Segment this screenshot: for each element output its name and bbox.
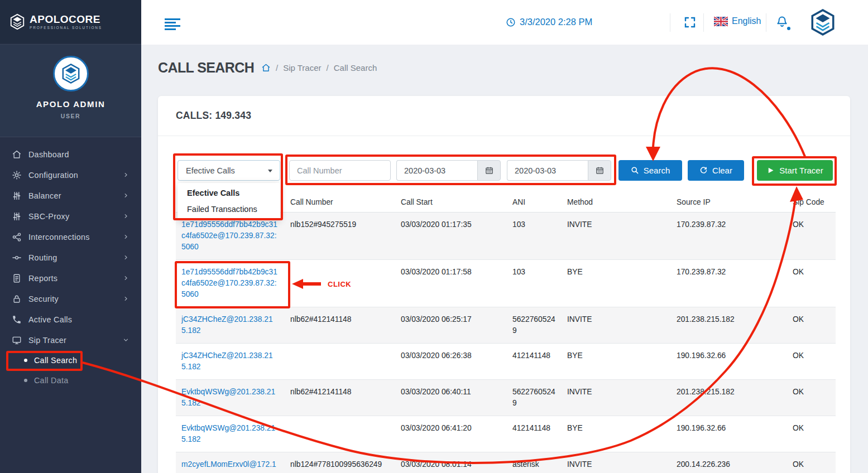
date-to-input[interactable] bbox=[507, 160, 588, 181]
calls-card: CALLS: 149.343 Efective Calls bbox=[158, 96, 850, 473]
sidebar-item-security[interactable]: Security bbox=[0, 288, 141, 309]
column-header-call-number: Call Number bbox=[285, 192, 395, 213]
play-icon bbox=[766, 166, 775, 175]
brand[interactable]: APOLOCORE PROFESSIONAL SOLUTIONS bbox=[0, 0, 141, 44]
cell-source-ip: 201.238.215.182 bbox=[671, 380, 787, 416]
call-id-link[interactable]: EvktbqWSWg@201.238.215.182 bbox=[176, 380, 285, 416]
sidebar-item-configuration[interactable]: Configuration bbox=[0, 165, 141, 185]
sidebar-item-active-calls[interactable]: Active Calls bbox=[0, 309, 141, 330]
app: APOLOCORE PROFESSIONAL SOLUTIONS APOLO A… bbox=[0, 0, 868, 473]
cell-ani: 103 bbox=[507, 260, 562, 307]
cell-call-start: 03/03/2020 06:26:38 bbox=[395, 344, 507, 380]
divider bbox=[766, 13, 766, 32]
cell-call-start: 03/03/2020 06:25:17 bbox=[395, 307, 507, 344]
cell-sip-code: OK bbox=[787, 213, 836, 260]
fullscreen-icon[interactable] bbox=[683, 16, 697, 29]
cell-sip-code: OK bbox=[787, 452, 836, 473]
table-row: m2cyefLMomErxv0l@172.1nlb124#77810099563… bbox=[176, 452, 836, 473]
cell-ani: 56227605249 bbox=[507, 307, 562, 344]
sidebar-item-balancer[interactable]: Balancer bbox=[0, 185, 141, 206]
cell-sip-code: OK bbox=[787, 416, 836, 452]
brand-logo-icon bbox=[9, 13, 26, 30]
brand-tagline: PROFESSIONAL SOLUTIONS bbox=[30, 26, 102, 30]
breadcrumb: / Sip Tracer / Call Search bbox=[261, 63, 377, 73]
chevron-right-icon bbox=[123, 172, 129, 178]
divider bbox=[703, 13, 704, 32]
caret-down-icon bbox=[268, 170, 272, 172]
chevron-down-icon bbox=[123, 337, 129, 343]
menu-toggle-icon[interactable] bbox=[165, 18, 180, 32]
left-arrow-icon bbox=[292, 279, 303, 289]
share-icon bbox=[12, 232, 22, 242]
calendar-icon[interactable] bbox=[477, 160, 501, 181]
chevron-right-icon bbox=[123, 275, 129, 281]
table-row: jC34ZHCheZ@201.238.215.18203/03/2020 06:… bbox=[176, 344, 836, 380]
cell-call-number: nlb124#778100995636249 bbox=[285, 452, 395, 473]
call-number-input[interactable] bbox=[289, 160, 391, 181]
app-logo-icon[interactable] bbox=[809, 8, 837, 36]
profile-name: APOLO ADMIN bbox=[0, 99, 141, 109]
home-icon[interactable] bbox=[261, 63, 271, 73]
cell-sip-code: OK bbox=[787, 344, 836, 380]
sidebar-item-dashboard[interactable]: Dashboard bbox=[0, 144, 141, 165]
cell-method: BYE bbox=[562, 416, 671, 452]
call-id-link[interactable]: EvktbqWSWg@201.238.215.182 bbox=[176, 416, 285, 452]
cell-sip-code: OK bbox=[787, 380, 836, 416]
cell-method: BYE bbox=[562, 260, 671, 307]
date-from-input[interactable] bbox=[396, 160, 477, 181]
sidebar-item-interconnections[interactable]: Interconnections bbox=[0, 226, 141, 247]
notification-dot bbox=[787, 27, 790, 30]
table-row: EvktbqWSWg@201.238.215.182nlb62#41214114… bbox=[176, 380, 836, 416]
dropdown-option-failed-transactions[interactable]: Failed Transactions bbox=[178, 201, 280, 218]
call-id-link[interactable]: jC34ZHCheZ@201.238.215.182 bbox=[176, 307, 285, 344]
phone-icon bbox=[12, 315, 22, 325]
cell-call-number: nlb62#412141148 bbox=[285, 307, 395, 344]
home-icon bbox=[12, 149, 22, 160]
datetime: 3/3/2020 2:28 PM bbox=[506, 17, 592, 27]
language-selector[interactable]: English bbox=[714, 16, 761, 26]
cell-source-ip: 190.196.32.66 bbox=[671, 416, 787, 452]
date-from-group bbox=[396, 160, 501, 181]
sidebar-subitem-call-data[interactable]: Call Data bbox=[0, 370, 141, 390]
sidebar-item-sbc-proxy[interactable]: SBC-Proxy bbox=[0, 206, 141, 226]
dropdown-option-efective-calls[interactable]: Efective Calls bbox=[178, 185, 280, 201]
table-row: 1e71d95556ddf7bb42b9c31c4fa6502e@170.239… bbox=[176, 260, 836, 307]
chevron-right-icon bbox=[123, 192, 129, 199]
monitor-icon bbox=[12, 335, 22, 345]
column-header-method: Method bbox=[562, 192, 671, 213]
page-title: CALL SEARCH bbox=[158, 60, 254, 76]
brand-name: APOLOCORE bbox=[30, 15, 102, 25]
call-id-link[interactable]: 1e71d95556ddf7bb42b9c31c4fa6502e@170.239… bbox=[176, 260, 285, 307]
avatar[interactable] bbox=[53, 56, 89, 91]
calendar-icon[interactable] bbox=[588, 160, 611, 181]
start-tracer-button[interactable]: Start Tracer bbox=[757, 160, 833, 181]
sidebar-item-reports[interactable]: Reports bbox=[0, 268, 141, 288]
sidebar-item-sip-tracer[interactable]: Sip Tracer bbox=[0, 330, 141, 350]
cell-call-number bbox=[285, 416, 395, 452]
breadcrumb-sip-tracer[interactable]: Sip Tracer bbox=[283, 63, 321, 73]
call-id-link[interactable]: m2cyefLMomErxv0l@172.1 bbox=[176, 452, 285, 473]
sidebar-menu: DashboardConfigurationBalancerSBC-ProxyI… bbox=[0, 144, 141, 390]
sidebar-subitem-call-search[interactable]: Call Search bbox=[0, 350, 141, 370]
cell-ani: 412141148 bbox=[507, 344, 562, 380]
cell-call-start: 03/03/2020 06:41:20 bbox=[395, 416, 507, 452]
cell-source-ip: 200.14.226.236 bbox=[671, 452, 787, 473]
table-row: EvktbqWSWg@201.238.215.18203/03/2020 06:… bbox=[176, 416, 836, 452]
clear-button[interactable]: Clear bbox=[688, 160, 744, 181]
calls-count-title: CALLS: 149.343 bbox=[176, 110, 251, 122]
cell-call-start: 03/03/2020 06:40:11 bbox=[395, 380, 507, 416]
search-icon bbox=[631, 166, 639, 175]
breadcrumb-call-search: Call Search bbox=[334, 63, 377, 73]
call-type-select[interactable]: Efective Calls bbox=[178, 160, 280, 181]
sidebar-item-routing[interactable]: Routing bbox=[0, 247, 141, 268]
cell-source-ip: 170.239.87.32 bbox=[671, 260, 787, 307]
cell-sip-code: OK bbox=[787, 260, 836, 307]
language-label: English bbox=[732, 16, 761, 26]
file-icon bbox=[12, 273, 22, 283]
call-id-link[interactable]: jC34ZHCheZ@201.238.215.182 bbox=[176, 344, 285, 380]
notifications-bell-icon[interactable] bbox=[775, 15, 789, 31]
cell-call-number bbox=[285, 344, 395, 380]
cell-method: BYE bbox=[562, 344, 671, 380]
search-button[interactable]: Search bbox=[618, 160, 682, 181]
cell-ani: 103 bbox=[507, 213, 562, 260]
